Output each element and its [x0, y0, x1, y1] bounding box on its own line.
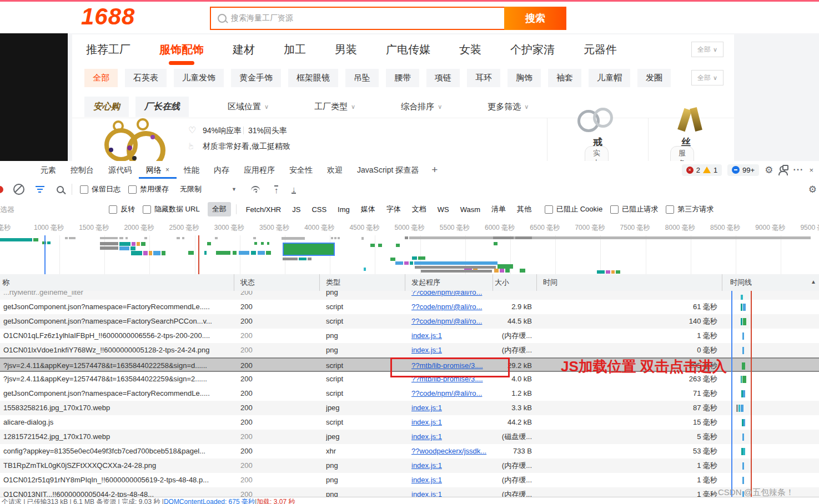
request-type-filter[interactable]: Wasm: [456, 203, 485, 216]
subcategory-chip[interactable]: 胸饰: [508, 69, 541, 87]
heart-icon[interactable]: ♡: [188, 125, 196, 135]
issues-badge[interactable]: × 2 1: [682, 164, 722, 176]
category-tab[interactable]: 加工: [284, 42, 306, 57]
column-time[interactable]: 时间: [543, 274, 557, 291]
subcategory-chip[interactable]: 项链: [426, 69, 460, 87]
invert-checkbox[interactable]: [109, 205, 117, 214]
blocked-requests-checkbox[interactable]: [610, 205, 619, 214]
request-type-filter[interactable]: CSS: [307, 203, 331, 216]
request-type-filter[interactable]: 清单: [487, 202, 510, 216]
waterfall-overview[interactable]: [0, 235, 819, 275]
initiator-link[interactable]: index.js:1: [411, 418, 442, 426]
search-box[interactable]: 搜索海量工厂资源: [210, 7, 505, 30]
chip-all-dropdown[interactable]: 全部 ∨: [691, 70, 723, 85]
thumbs-up-icon[interactable]: ☞: [186, 142, 196, 149]
request-type-filter[interactable]: 文档: [408, 202, 431, 216]
messages-badge[interactable]: 99+: [727, 164, 759, 176]
column-size[interactable]: 大小: [495, 274, 509, 291]
devtools-tab[interactable]: 元素: [33, 162, 63, 179]
category-tab[interactable]: 广电传媒: [386, 42, 430, 57]
initiator-link[interactable]: ??code/npm/@ali/ro...: [411, 317, 482, 325]
initiator-link[interactable]: ??code/npm/@ali/ro...: [411, 291, 482, 296]
table-row[interactable]: O1CN013NIT...!!6000000005044-2-tps-48-48…: [0, 487, 819, 497]
column-type[interactable]: 类型: [326, 274, 340, 291]
initiator-link[interactable]: index.js:1: [411, 476, 442, 484]
initiator-link[interactable]: index.js:1: [411, 331, 442, 340]
subcategory-chip[interactable]: 全部: [84, 69, 118, 87]
subcategory-chip[interactable]: 耳环: [467, 69, 500, 87]
product-card[interactable]: [72, 118, 734, 162]
category-tab[interactable]: 个护家清: [510, 42, 555, 57]
settings-gear-icon[interactable]: ⚙: [765, 164, 773, 176]
search-button[interactable]: 搜索: [504, 7, 566, 30]
network-settings-gear-icon[interactable]: ⚙: [808, 184, 817, 195]
close-devtools-icon[interactable]: ×: [809, 166, 813, 174]
table-row[interactable]: O1CN01lxVdoe1nkfiY768Wz_!!6000000005128-…: [0, 343, 819, 357]
devtools-tab[interactable]: 性能: [177, 162, 207, 179]
more-options-icon[interactable]: ···: [793, 165, 803, 175]
request-type-filter[interactable]: Img: [333, 203, 354, 216]
subcategory-chip[interactable]: 石英表: [125, 69, 167, 87]
selected-request-block[interactable]: [283, 243, 335, 256]
subcategory-chip[interactable]: 腰带: [386, 69, 419, 87]
column-initiator[interactable]: 发起程序: [411, 274, 440, 291]
table-row[interactable]: getJsonComponent.json?namespace=FactoryS…: [0, 314, 819, 329]
import-har-icon[interactable]: ↑: [274, 185, 279, 194]
hide-data-urls-checkbox[interactable]: [143, 205, 151, 214]
request-type-filter[interactable]: 字体: [382, 202, 405, 216]
filter-dropdown[interactable]: 综合排序∨: [401, 102, 442, 112]
initiator-link[interactable]: index.js:1: [411, 461, 442, 470]
subcategory-chip[interactable]: 儿童发饰: [174, 69, 224, 87]
clear-icon[interactable]: [13, 184, 24, 195]
category-all-dropdown[interactable]: 全部 ∨: [691, 42, 723, 57]
initiator-link[interactable]: ??code/npm/@ali/ro...: [411, 303, 482, 311]
devtools-tab[interactable]: 内存: [207, 162, 237, 179]
table-row[interactable]: O1CN01qLFz6z1ylhlaIFBpH_!!6000000006556-…: [0, 329, 819, 343]
more-tabs-icon[interactable]: +: [431, 164, 438, 176]
devtools-tab[interactable]: 安全性: [282, 162, 320, 179]
subcategory-chip[interactable]: 发圈: [637, 69, 671, 87]
initiator-link[interactable]: ??woodpeckerx/jssdk...: [411, 447, 486, 455]
category-tab[interactable]: 男装: [335, 42, 357, 57]
feedback-icon[interactable]: [778, 165, 787, 174]
network-conditions-icon[interactable]: [251, 186, 261, 193]
subcategory-chip[interactable]: 吊坠: [345, 69, 379, 87]
throttling-dropdown[interactable]: 无限制 ▼: [180, 184, 237, 194]
disable-cache-checkbox[interactable]: [128, 185, 137, 194]
filter-toggle-icon[interactable]: [36, 186, 44, 193]
search-input[interactable]: 搜索海量工厂资源: [231, 13, 293, 23]
close-tab-icon[interactable]: ×: [165, 162, 169, 179]
subcategory-chip[interactable]: 框架眼镜: [288, 69, 338, 87]
devtools-tab[interactable]: 欢迎: [320, 162, 350, 179]
subcategory-chip[interactable]: 黄金手饰: [231, 69, 281, 87]
initiator-link[interactable]: index.js:1: [411, 432, 442, 441]
table-row[interactable]: config?appkey=81355e0ec04e9f3fcb7ced700b…: [0, 444, 819, 458]
category-tab[interactable]: 元器件: [584, 42, 617, 57]
request-type-filter[interactable]: 其他: [512, 202, 536, 216]
export-har-icon[interactable]: ↓: [292, 185, 296, 194]
category-tab[interactable]: 女装: [459, 42, 481, 57]
category-tab[interactable]: 服饰配饰: [159, 42, 204, 57]
request-type-filter[interactable]: Fetch/XHR: [242, 203, 286, 216]
table-row[interactable]: 12815721542.jpg_170x170.webp200jpegindex…: [0, 430, 819, 444]
initiator-link[interactable]: index.js:1: [411, 346, 442, 354]
category-tab[interactable]: 推荐工厂: [86, 42, 130, 57]
worry-free-buy-button[interactable]: 安心购: [84, 97, 129, 117]
request-type-filter[interactable]: 媒体: [356, 202, 380, 216]
table-row[interactable]: 15583258216.jpg_170x170.webp200jpegindex…: [0, 401, 819, 415]
filter-dropdown[interactable]: 工厂类型∨: [314, 102, 355, 112]
subcategory-chip[interactable]: 儿童帽: [589, 69, 630, 87]
site-logo[interactable]: 1688: [81, 3, 135, 30]
table-row[interactable]: getJsonComponent.json?namespace=FactoryR…: [0, 300, 819, 314]
request-type-filter[interactable]: 全部: [208, 202, 231, 216]
column-waterfall[interactable]: 时间线: [730, 274, 752, 291]
table-row[interactable]: ...rtyMentr..geIneme_liter200png??code/n…: [0, 291, 819, 300]
devtools-tab[interactable]: 网络×: [139, 162, 177, 179]
initiator-link[interactable]: index.js:1: [411, 404, 442, 412]
preserve-log-checkbox[interactable]: [80, 185, 88, 194]
table-row[interactable]: TB1RpZmTkL0gK0jSZFtXXXQCXXa-24-28.png200…: [0, 458, 819, 473]
initiator-link[interactable]: ??code/npm/@ali/ro...: [411, 389, 482, 397]
filter-dropdown[interactable]: 更多筛选∨: [488, 102, 529, 112]
column-name[interactable]: 称: [2, 274, 9, 291]
table-row[interactable]: alicare-dialog.js200scriptindex.js:144.2…: [0, 415, 819, 430]
